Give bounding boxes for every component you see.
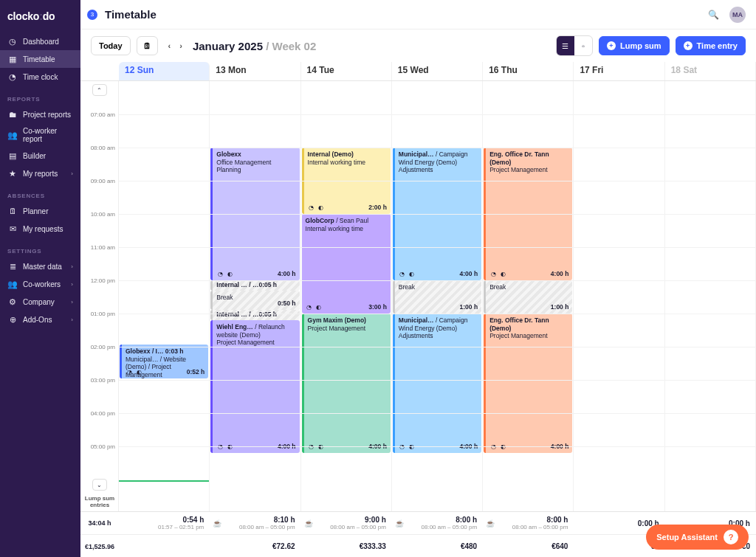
- tag-icon: ◐: [499, 271, 506, 278]
- clock-icon: ◔: [216, 443, 224, 451]
- avatar[interactable]: MA: [729, 7, 746, 23]
- footer-thu: ☕8:00 h08:00 am – 05:00 pm: [483, 516, 574, 530]
- datepicker-button[interactable]: 🗓: [137, 36, 158, 55]
- nav-coworkers[interactable]: 👥Co-workers›: [0, 275, 80, 293]
- tag-icon: ◐: [226, 443, 233, 451]
- nav-project-reports[interactable]: 🖿Project reports: [0, 105, 80, 123]
- clock-icon: ◔: [126, 369, 133, 376]
- columns-view-icon[interactable]: ☰: [557, 36, 574, 55]
- clock-icon: ◔: [489, 443, 497, 451]
- day-wed[interactable]: 15 Wed: [392, 62, 483, 80]
- clock-icon: ◔: [399, 443, 406, 451]
- nav-planner[interactable]: 🗓Planner: [0, 202, 80, 220]
- nav-company[interactable]: ⚙Company›: [0, 293, 80, 311]
- clock-icon: ◔: [7, 72, 18, 82]
- time-entry-button[interactable]: +Time entry: [676, 36, 746, 55]
- sidebar: clocko:do ◷Dashboard ▦Timetable ◔Time cl…: [0, 0, 80, 557]
- notification-badge[interactable]: 3: [87, 10, 97, 20]
- nav-my-reports[interactable]: ★My reports›: [0, 165, 80, 182]
- event-internal-short[interactable]: Internal … / …0:05 h: [210, 280, 299, 291]
- briefcase-icon: 🖿: [7, 109, 18, 120]
- lump-sum-button[interactable]: +Lump sum: [599, 36, 670, 55]
- topbar: 3 Timetable 🔍 MA: [80, 0, 756, 30]
- page-title: Timetable: [105, 8, 157, 21]
- gear-icon: ⚙: [7, 297, 18, 307]
- day-fri[interactable]: 17 Fri: [574, 62, 664, 80]
- calendar-icon: ▦: [7, 54, 18, 64]
- tag-icon: ◐: [408, 443, 416, 451]
- timetable-grid: ⌃ ⌄ 07:00 am08:00 am09:00 am10:00 am11:0…: [80, 81, 756, 511]
- event-tann-pm[interactable]: Eng. Office Dr. Tann (Demo) Project Mana…: [484, 314, 572, 453]
- day-sun[interactable]: 12 Sun: [119, 62, 210, 80]
- clock-icon: ◔: [489, 271, 497, 278]
- event-municipal-pm[interactable]: Municipal… / Campaign Wind Energy (Demo)…: [393, 314, 481, 453]
- tag-icon: ◐: [499, 443, 506, 451]
- plus-icon: +: [684, 41, 693, 50]
- event-globcorp[interactable]: GlobCorp / Sean Paul Internal working ti…: [302, 214, 391, 314]
- nav-timeclock[interactable]: ◔Time clock: [0, 68, 80, 86]
- clock-icon: ◔: [306, 304, 313, 311]
- collapse-up-button[interactable]: ⌃: [92, 84, 107, 96]
- chevron-right-icon: ›: [71, 263, 73, 270]
- nav-coworker-report[interactable]: 👥Co-worker report: [0, 123, 80, 147]
- time-label: 04:00 pm: [91, 410, 115, 417]
- time-label: 08:00 am: [91, 145, 115, 151]
- time-label: 02:00 pm: [91, 344, 115, 350]
- eur-mon: €72.62: [210, 542, 300, 550]
- tag-icon: ◐: [135, 369, 142, 376]
- tag-icon: ◐: [408, 271, 416, 278]
- tag-icon: ◐: [315, 304, 323, 311]
- cup-icon: ☕: [486, 519, 495, 527]
- clock-icon: ◔: [308, 443, 315, 451]
- event-break[interactable]: Break1:00 h: [393, 280, 481, 314]
- chevron-right-icon: ›: [71, 281, 73, 288]
- next-week-button[interactable]: ›: [175, 38, 187, 53]
- gauge-icon: ◷: [7, 36, 18, 46]
- chevron-right-icon: ›: [71, 170, 73, 177]
- nav-my-requests[interactable]: ✉My requests: [0, 220, 80, 238]
- event-gym[interactable]: Gym Maxim (Demo) Project Management ◔◐ 4…: [302, 314, 391, 453]
- cup-icon: ☕: [304, 519, 313, 527]
- footer-mon: ☕8:10 h08:00 am – 05:00 pm: [210, 516, 300, 530]
- day-tue[interactable]: 14 Tue: [301, 62, 392, 80]
- planner-icon: 🗓: [7, 206, 18, 216]
- prev-week-button[interactable]: ‹: [164, 38, 176, 53]
- week-total-hours: 34:04 h: [80, 519, 119, 527]
- today-button[interactable]: Today: [91, 36, 131, 55]
- brand-logo: clocko:do: [0, 6, 80, 32]
- event-break[interactable]: Break0:50 h: [210, 291, 299, 310]
- event-break[interactable]: Break1:00 h: [484, 280, 572, 314]
- event-globexx-running[interactable]: Globexx / I… 0:03 h Municipal… / Website…: [120, 345, 208, 378]
- people-icon: 👥: [7, 279, 18, 289]
- chevron-right-icon: ›: [71, 299, 73, 305]
- day-thu[interactable]: 16 Thu: [483, 62, 574, 80]
- nav-addons[interactable]: ⊕Add-Ons›: [0, 311, 80, 328]
- cup-icon: ☕: [213, 519, 221, 527]
- period-label: January 2025 / Week 02: [193, 40, 316, 52]
- star-icon: ★: [7, 168, 18, 179]
- eur-wed: €480: [392, 542, 483, 550]
- day-mon[interactable]: 13 Mon: [210, 62, 300, 80]
- list-view-icon[interactable]: ▫: [574, 36, 592, 55]
- search-icon[interactable]: 🔍: [708, 10, 719, 20]
- inbox-icon: ✉: [7, 224, 18, 234]
- nav-timetable[interactable]: ▦Timetable: [0, 50, 80, 68]
- collapse-down-button[interactable]: ⌄: [92, 479, 107, 491]
- view-toggle[interactable]: ☰ ▫: [556, 35, 593, 56]
- event-internal-short2[interactable]: Internal … / …0:05 h: [210, 310, 299, 320]
- footer-sun: 0:54 h01:57 – 02:51 pm: [119, 516, 210, 530]
- nav-builder[interactable]: ▤Builder: [0, 147, 80, 165]
- time-label: 05:00 pm: [91, 443, 115, 450]
- time-column: ⌃ ⌄ 07:00 am08:00 am09:00 am10:00 am11:0…: [80, 81, 119, 511]
- day-header-row: 12 Sun 13 Mon 14 Tue 15 Wed 16 Thu 17 Fr…: [80, 62, 756, 81]
- help-icon: ?: [724, 530, 738, 544]
- setup-assistant-button[interactable]: Setup Assistant?: [646, 525, 749, 550]
- tag-icon: ◐: [317, 204, 325, 212]
- nav-master-data[interactable]: ≣Master data›: [0, 257, 80, 275]
- event-wiehl[interactable]: Wiehl Eng… / Relaunch website (Demo) Pro…: [210, 320, 299, 453]
- day-sat[interactable]: 18 Sat: [665, 62, 756, 80]
- time-label: 09:00 am: [91, 178, 115, 184]
- time-label: 12:00 pm: [91, 277, 115, 284]
- nav-dashboard[interactable]: ◷Dashboard: [0, 32, 80, 50]
- toolbar: Today 🗓 ‹ › January 2025 / Week 02 ☰ ▫ +…: [80, 30, 756, 62]
